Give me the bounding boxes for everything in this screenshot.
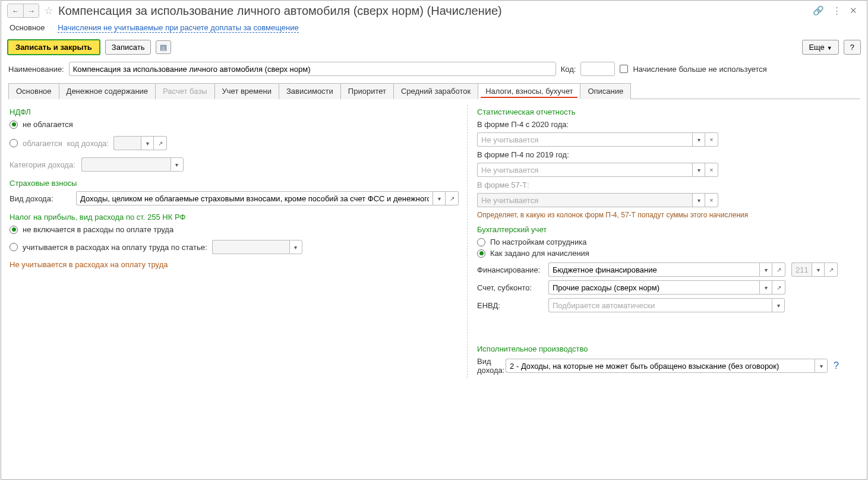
p4-2020-label: В форме П-4 с 2020 года: — [477, 120, 569, 129]
profit-tax-title: Налог на прибыль, вид расхода по ст. 255… — [10, 213, 459, 221]
financing-open[interactable]: ↗ — [772, 262, 785, 277]
subnav-main[interactable]: Основное — [10, 23, 45, 32]
income-category-input — [81, 157, 171, 172]
tab-content: НДФЛ не облагается облагается код дохода… — [1, 99, 867, 384]
account-open[interactable]: ↗ — [772, 280, 785, 295]
financing-code-input — [791, 262, 812, 277]
titlebar: ← → ☆ Компенсация за использование лично… — [1, 1, 867, 21]
tab-time[interactable]: Учет времени — [215, 83, 279, 99]
ndfl-no-row: не облагается — [10, 120, 459, 129]
p4-2020-clear[interactable]: × — [705, 132, 718, 147]
ndfl-no-label: не облагается — [23, 120, 73, 129]
tab-taxes[interactable]: Налоги, взносы, бухучет — [478, 83, 580, 99]
more-icon[interactable]: ⋮ — [832, 5, 841, 16]
p4-2019-clear[interactable]: × — [705, 163, 718, 177]
p4-2020-row: ▾ × — [477, 132, 839, 147]
ndfl-yes-label: облагается — [23, 139, 62, 148]
acc-r2-radio[interactable] — [477, 249, 485, 258]
back-button[interactable]: ← — [8, 4, 23, 17]
income-type-input[interactable] — [76, 191, 433, 205]
p4-2020-input[interactable] — [477, 132, 692, 147]
nav-buttons: ← → — [7, 4, 39, 18]
insurance-title: Страховые взносы — [10, 179, 459, 188]
tab-main[interactable]: Основное — [8, 83, 59, 99]
income-category-row: Категория дохода: ▾ — [10, 157, 459, 172]
code-label: Код: — [561, 65, 576, 74]
tab-desc[interactable]: Описание — [580, 83, 631, 99]
ndfl-yes-row: облагается код дохода: ▾ ↗ — [10, 136, 459, 150]
exec-input[interactable] — [506, 359, 815, 373]
subnav: Основное Начисления не учитываемые при р… — [1, 21, 867, 37]
p4-2019-dropdown[interactable]: ▾ — [692, 163, 705, 177]
ndfl-no-radio[interactable] — [10, 121, 18, 129]
code-input[interactable] — [580, 62, 615, 76]
tab-money[interactable]: Денежное содержание — [59, 83, 156, 99]
tab-priority[interactable]: Приоритет — [341, 83, 394, 99]
profit-no-row: не включается в расходы по оплате труда — [10, 225, 459, 234]
financing-combo: ▾ ↗ — [548, 262, 785, 277]
income-type-row: Вид дохода: ▾ ↗ — [10, 191, 459, 205]
income-code-dropdown: ▾ — [141, 136, 154, 150]
report-button[interactable]: ▤ — [156, 40, 171, 54]
financing-input[interactable] — [548, 262, 759, 277]
financing-label: Финансирование: — [477, 265, 542, 274]
stat-title: Статистическая отчетность — [477, 107, 839, 116]
income-category-label: Категория дохода: — [10, 160, 75, 169]
active-underline — [481, 97, 577, 98]
profit-no-radio[interactable] — [10, 226, 18, 234]
document-icon: ▤ — [160, 43, 167, 52]
envd-input[interactable] — [548, 298, 772, 312]
p4-2020-dropdown[interactable]: ▾ — [692, 132, 705, 147]
help-button[interactable]: ? — [844, 40, 861, 55]
income-category-combo: ▾ — [81, 157, 184, 172]
profit-yes-label: учитывается в расходах на оплату труда п… — [23, 243, 207, 252]
ndfl-yes-radio[interactable] — [10, 139, 18, 147]
f57t-input — [477, 193, 692, 207]
account-input[interactable] — [548, 280, 759, 295]
p4-2020-combo: ▾ × — [477, 132, 839, 147]
account-dropdown[interactable]: ▾ — [759, 280, 772, 295]
save-button[interactable]: Записать — [105, 40, 151, 55]
profit-yes-radio[interactable] — [10, 243, 18, 251]
income-code-open: ↗ — [154, 136, 167, 150]
profit-no-label: не включается в расходы по оплате труда — [23, 225, 173, 234]
f57t-clear: × — [705, 193, 718, 207]
subnav-link[interactable]: Начисления не учитываемые при расчете до… — [58, 23, 299, 33]
profit-article-combo: ▾ — [212, 240, 302, 254]
tab-deps[interactable]: Зависимости — [279, 83, 341, 99]
account-row: Счет, субконто: ▾ ↗ — [477, 280, 839, 295]
tab-taxes-label: Налоги, взносы, бухучет — [485, 87, 573, 96]
favorite-icon[interactable]: ☆ — [44, 4, 53, 17]
account-label: Счет, субконто: — [477, 283, 542, 292]
envd-row: ЕНВД: ▾ — [477, 298, 839, 312]
income-type-dropdown[interactable]: ▾ — [433, 191, 446, 205]
exec-help-icon[interactable]: ? — [834, 360, 839, 371]
forward-button[interactable]: → — [23, 4, 39, 17]
more-button[interactable]: Еще▼ — [802, 40, 838, 55]
profit-article-dropdown: ▾ — [289, 240, 302, 254]
financing-dropdown[interactable]: ▾ — [759, 262, 772, 277]
not-used-checkbox[interactable] — [620, 65, 628, 73]
acc-r1-radio[interactable] — [477, 238, 485, 246]
exec-row: Вид дохода: ▾ ? — [477, 357, 839, 375]
exec-dropdown[interactable]: ▾ — [815, 359, 828, 373]
income-code-label: код дохода: — [67, 139, 109, 148]
link-icon[interactable]: 🔗 — [813, 5, 824, 16]
envd-label: ЕНВД: — [477, 301, 542, 310]
f57t-combo: ▾ × — [477, 193, 718, 207]
tab-base: Расчет базы — [156, 83, 215, 99]
envd-dropdown[interactable]: ▾ — [772, 298, 785, 312]
save-close-button[interactable]: Записать и закрыть — [7, 39, 100, 55]
ndfl-title: НДФЛ — [10, 107, 459, 116]
window: ← → ☆ Компенсация за использование лично… — [1, 0, 867, 480]
acc-r1-row: По настройкам сотрудника — [477, 238, 839, 246]
exec-combo: ▾ — [506, 359, 828, 373]
name-label: Наименование: — [8, 65, 64, 74]
name-input[interactable] — [69, 62, 556, 76]
close-icon[interactable]: ✕ — [850, 5, 857, 16]
income-type-open[interactable]: ↗ — [446, 191, 459, 205]
p4-2019-input[interactable] — [477, 163, 692, 177]
account-combo: ▾ ↗ — [548, 280, 785, 295]
tab-avg[interactable]: Средний заработок — [394, 83, 478, 99]
financing-row: Финансирование: ▾ ↗ ▾ ↗ — [477, 262, 839, 277]
